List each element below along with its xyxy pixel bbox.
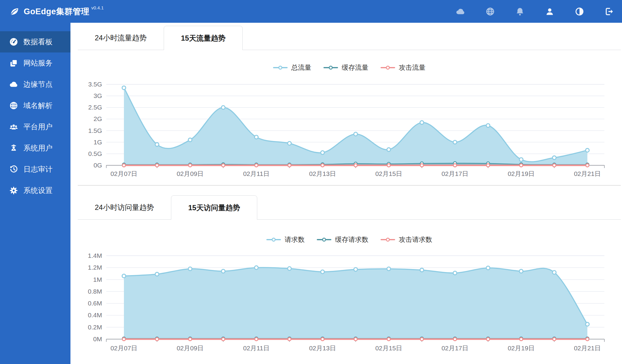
app-brand[interactable]: GoEdge集群管理v0.4.1	[9, 6, 104, 17]
x-axis-label: 02月15日	[375, 170, 402, 177]
user-icon[interactable]	[545, 7, 555, 16]
tab-24h-traffic[interactable]: 24小时流量趋势	[78, 26, 164, 50]
x-axis-label: 02月17日	[442, 345, 469, 352]
data-point	[520, 338, 523, 341]
data-point	[354, 132, 357, 136]
sidebar-item-label: 平台用户	[23, 122, 53, 132]
y-axis-label: 3G	[94, 92, 102, 99]
x-axis-label: 02月09日	[177, 170, 204, 177]
legend-item[interactable]: 攻击流量	[381, 63, 425, 72]
sidebar-item-label: 域名解析	[23, 101, 53, 110]
requests-trend-chart: 0M0.2M0.4M0.6M0.8M1M1.2M1.4M02月07日02月09日…	[78, 245, 621, 354]
data-point	[453, 164, 456, 167]
x-axis-label: 02月21日	[574, 170, 601, 177]
legend-item[interactable]: 缓存流量	[323, 63, 368, 72]
x-axis-label: 02月11日	[243, 345, 269, 352]
sidebar-item-dashboard[interactable]: 数据看板	[0, 31, 70, 52]
data-point	[387, 148, 391, 151]
legend-item[interactable]: 总流量	[273, 63, 311, 72]
data-point	[255, 338, 258, 341]
data-point	[487, 338, 490, 341]
data-point	[222, 164, 225, 167]
data-point	[420, 164, 423, 167]
cloud-icon[interactable]	[456, 7, 465, 16]
data-point	[155, 143, 159, 146]
tab-24h-requests[interactable]: 24小时访问量趋势	[78, 195, 171, 219]
data-point	[221, 106, 225, 109]
data-point	[552, 156, 556, 160]
data-point	[552, 271, 556, 274]
legend-label: 攻击流量	[399, 63, 425, 72]
data-point	[188, 267, 192, 271]
tab-15d-traffic[interactable]: 15天流量趋势	[164, 26, 243, 50]
main-content: 24小时流量趋势 15天流量趋势 总流量缓存流量攻击流量 0G0.5G1G1.5…	[70, 23, 622, 364]
y-axis-label: 0M	[93, 335, 102, 342]
legend-item[interactable]: 请求数	[266, 235, 305, 244]
globe-icon[interactable]	[485, 7, 495, 16]
x-axis-label: 02月07日	[111, 345, 138, 352]
data-point	[486, 266, 490, 270]
data-point	[288, 164, 291, 167]
legend-label: 攻击请求数	[399, 235, 432, 244]
contrast-icon[interactable]	[575, 7, 584, 16]
data-point	[387, 338, 390, 341]
legend-label: 缓存流量	[342, 63, 368, 72]
data-point	[420, 268, 424, 272]
sites-icon	[9, 59, 18, 68]
legend-marker-icon	[317, 237, 331, 242]
globe-icon	[9, 101, 18, 110]
legend-marker-icon	[273, 65, 288, 70]
legend-label: 缓存请求数	[335, 235, 368, 244]
sidebar-item-dns[interactable]: 域名解析	[0, 95, 70, 116]
y-axis-label: 0.8M	[88, 288, 102, 295]
y-axis-label: 1.2M	[88, 264, 102, 271]
bell-icon[interactable]	[515, 7, 525, 16]
data-point	[222, 338, 225, 341]
data-point	[420, 121, 424, 124]
legend-marker-icon	[381, 65, 395, 70]
sidebar-item-edge-nodes[interactable]: 边缘节点	[0, 74, 70, 95]
traffic-chart-legend: 总流量缓存流量攻击流量	[78, 63, 621, 72]
legend-marker-icon	[381, 237, 395, 242]
y-axis-label: 2G	[94, 115, 102, 122]
data-point	[487, 164, 490, 167]
y-axis-label: 3.5G	[88, 81, 102, 88]
y-axis-label: 1G	[94, 139, 102, 146]
sidebar-item-audit-log[interactable]: 日志审计	[0, 159, 70, 180]
sidebar-item-platform-users[interactable]: 平台用户	[0, 116, 70, 137]
data-point	[321, 151, 324, 154]
sidebar-item-label: 网站服务	[23, 58, 53, 68]
top-bar: GoEdge集群管理v0.4.1	[0, 0, 622, 23]
sidebar-item-label: 系统设置	[23, 186, 53, 195]
data-point	[354, 268, 357, 271]
x-axis-label: 02月13日	[309, 170, 336, 177]
data-point	[354, 338, 357, 341]
x-axis-label: 02月09日	[177, 345, 204, 352]
requests-trend-panel: 24小时访问量趋势 15天访问量趋势 请求数缓存请求数攻击请求数 0M0.2M0…	[78, 195, 621, 354]
legend-item[interactable]: 缓存请求数	[317, 235, 368, 244]
x-axis-label: 02月07日	[111, 170, 138, 177]
tab-15d-requests[interactable]: 15天访问量趋势	[171, 195, 258, 220]
data-point	[387, 164, 390, 167]
data-point	[586, 338, 589, 341]
sign-out-icon[interactable]	[604, 7, 614, 16]
data-point	[387, 267, 391, 271]
y-axis-label: 1.5G	[88, 127, 102, 134]
data-point	[189, 338, 192, 341]
sidebar-item-system-users[interactable]: 系统用户	[0, 137, 70, 159]
data-point	[519, 269, 523, 273]
y-axis-label: 0.5G	[88, 150, 102, 157]
sidebar-item-settings[interactable]: 系统设置	[0, 180, 70, 201]
app-version: v0.4.1	[91, 5, 104, 10]
data-point	[288, 142, 291, 145]
legend-marker-icon	[266, 237, 281, 242]
legend-item[interactable]: 攻击请求数	[381, 235, 432, 244]
sidebar-item-label: 系统用户	[23, 143, 53, 153]
data-point	[122, 164, 125, 167]
sidebar-item-sites[interactable]: 网站服务	[0, 52, 70, 74]
data-point	[586, 322, 589, 326]
data-point	[122, 86, 126, 89]
data-point	[321, 270, 324, 274]
data-point	[453, 140, 457, 144]
x-axis-label: 02月11日	[243, 170, 269, 177]
